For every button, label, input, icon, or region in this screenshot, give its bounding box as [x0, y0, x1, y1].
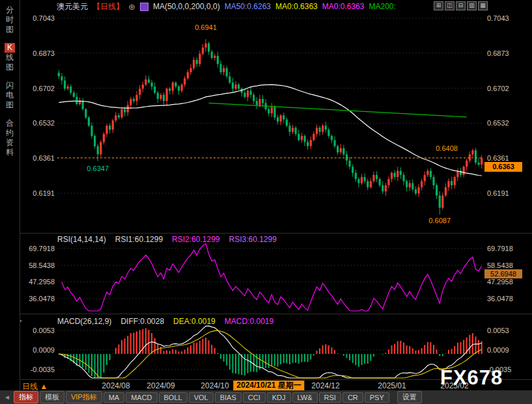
sidebar-item-char: 闪 [5, 81, 15, 90]
rsi-header: RSI(14,14,14) RSI1:60.1299 RSI2:60.1299 … [57, 235, 277, 244]
rsi-axis-label: 69.7918 [487, 245, 513, 252]
ma200-line [209, 103, 467, 117]
price-axis-label: 0.6873 [33, 49, 55, 57]
macd-axis-label: 0.0009 [487, 346, 509, 354]
rsi-axis-label: 36.0478 [487, 295, 513, 303]
x-axis-label: 2024/09 [147, 381, 175, 390]
trading-app-window: { "header": { "symbol": "澳元美元", "period"… [0, 0, 532, 404]
layout-grid-icon[interactable]: ▦ [478, 1, 488, 10]
sidebar-item[interactable]: 合约资料 [5, 118, 15, 157]
ma0-value-b: MA0:0.6363 [322, 2, 365, 11]
crosshair-date-badge: 2024/10/21 星期一 [233, 381, 304, 390]
sidebar-item-char: 料 [5, 148, 15, 157]
price-axis-label: 0.6532 [487, 119, 509, 127]
price-annotation: 0.6408 [436, 144, 458, 152]
price-annotation: 0.6347 [87, 165, 109, 172]
rsi-axis-label: 36.0478 [29, 295, 55, 303]
scroll-left-icon[interactable]: ◄ [4, 394, 10, 401]
toolbar-button[interactable]: 模板 [40, 391, 64, 403]
chevron-up-icon: ▲ [40, 382, 48, 391]
sidebar-item-char: 资 [5, 138, 15, 148]
sidebar-item-char: K [5, 43, 15, 53]
sidebar-item-char: 电 [5, 90, 15, 100]
drawing-tool-icon[interactable] [140, 3, 148, 11]
price-annotation: 0.6087 [428, 217, 451, 224]
price-axis-label: 0.7043 [487, 14, 509, 22]
macd-header: MACD(26,12,9) DIFF:0.0028 DEA:0.0019 MAC… [57, 317, 273, 326]
price-axis-label: 0.6191 [33, 189, 55, 197]
symbol-name: 澳元美元 [57, 1, 88, 12]
price-axis-label: 0.6191 [487, 189, 509, 197]
sidebar-item-char: 分 [5, 5, 15, 15]
macd-axis-label: 0.0053 [33, 327, 55, 334]
macd-axis-label: 0.0053 [487, 327, 509, 334]
chart-canvas[interactable]: 0.70430.70430.68730.68730.67020.67020.65… [0, 0, 532, 404]
sidebar-item[interactable]: 分时图 [5, 5, 15, 34]
sidebar-item-char: 图 [5, 100, 15, 110]
rsi-axis-label: 47.2958 [29, 278, 55, 286]
rsi-line [62, 244, 482, 312]
toolbar-button[interactable]: 指标 [14, 391, 38, 403]
sidebar-item[interactable]: 闪电图 [5, 81, 15, 110]
price-axis-label: 0.6361 [487, 154, 509, 162]
toolbar-button[interactable]: PSY [365, 392, 389, 403]
toolbar-button[interactable]: CCI [243, 392, 266, 403]
rsi-axis-label: 69.7918 [29, 245, 55, 252]
layout-single-icon[interactable]: ⊞ [434, 1, 443, 10]
toolbar-button[interactable]: MA [104, 392, 125, 403]
ma-formula: MA(50,0,0,200,0,0) [153, 2, 220, 11]
toolbar-button[interactable]: VOL [189, 392, 214, 403]
price-axis-label: 0.6702 [33, 85, 55, 92]
x-axis-label: 2024/08 [102, 381, 130, 390]
period-label[interactable]: 【日线】 [92, 1, 124, 12]
rsi-axis-label: 58.5438 [487, 262, 513, 269]
layout-horizontal-icon[interactable]: ⊟ [456, 1, 466, 10]
sidebar-item-char: 约 [5, 128, 15, 138]
sidebar-item-char: 图 [5, 62, 15, 72]
ma200-value: MA200: [369, 2, 395, 11]
macd-formula: MACD(26,12,9) [57, 317, 111, 326]
rsi-axis-label: 47.2958 [487, 278, 513, 286]
toolbar-button[interactable]: RSI [319, 392, 341, 403]
toolbar-button[interactable]: BOLL [159, 392, 188, 403]
macd-axis-label: 0.0009 [33, 346, 55, 354]
price-axis-label: 0.7043 [33, 14, 55, 22]
macd-histogram [59, 328, 481, 378]
toolbar-button[interactable]: BIAS [215, 392, 242, 403]
add-indicator-icon[interactable]: ⊕ [128, 2, 135, 12]
rsi3-value: RSI3:60.1299 [229, 235, 277, 244]
sidebar-item[interactable]: K线图 [5, 43, 15, 72]
macd-axis-label: -0.0035 [31, 366, 55, 373]
last-price-badge: 0.6363 [484, 162, 522, 172]
toolbar-items: 指标模板VIP指标MAMACDBOLLVOLBIASCCIKDJLW&RSICR… [14, 391, 422, 403]
price-axis-label: 0.6361 [33, 154, 55, 162]
sidebar-item-char: 线 [5, 53, 15, 62]
sidebar-item-char: 时 [5, 15, 15, 25]
toolbar-button[interactable]: VIP指标 [66, 391, 102, 403]
toolbar-button[interactable]: CR [343, 392, 363, 403]
x-axis-label: 2024/10 [201, 381, 229, 390]
ma50-value: MA50:0.6263 [225, 2, 271, 11]
macd-value: MACD:0.0019 [225, 317, 273, 326]
candles-layer [58, 39, 483, 215]
ma0-value-a: MA0:0.6363 [275, 2, 318, 11]
diff-value: DIFF:0.0028 [120, 317, 164, 326]
macd-dea-line [59, 330, 481, 378]
left-sidebar: 分时图K线图闪电图合约资料 [0, 0, 20, 394]
layout-columns-icon[interactable]: ▥ [467, 1, 477, 10]
ma50-line [59, 85, 481, 176]
toolbar-button[interactable]: KDJ [267, 392, 291, 403]
period-text: 日线 [22, 382, 38, 391]
toolbar-button[interactable]: LW& [292, 392, 318, 403]
x-axis-label: 2024/12 [311, 381, 339, 390]
rsi-axis-label: 58.5438 [29, 262, 55, 269]
toolbar-button[interactable]: 设置 [397, 391, 422, 403]
layout-split-icon[interactable]: ◫ [445, 1, 455, 10]
window-controls: ⊞◫⊟▥▦ [434, 1, 488, 10]
watermark: FX678 [440, 366, 503, 390]
toolbar-button[interactable]: MACD [126, 392, 157, 403]
price-annotation: 0.6941 [195, 23, 217, 31]
price-axis-label: 0.6873 [487, 49, 509, 57]
rsi-value-badge: 52.6948 [484, 269, 522, 278]
rsi1-value: RSI1:60.1299 [115, 235, 163, 244]
